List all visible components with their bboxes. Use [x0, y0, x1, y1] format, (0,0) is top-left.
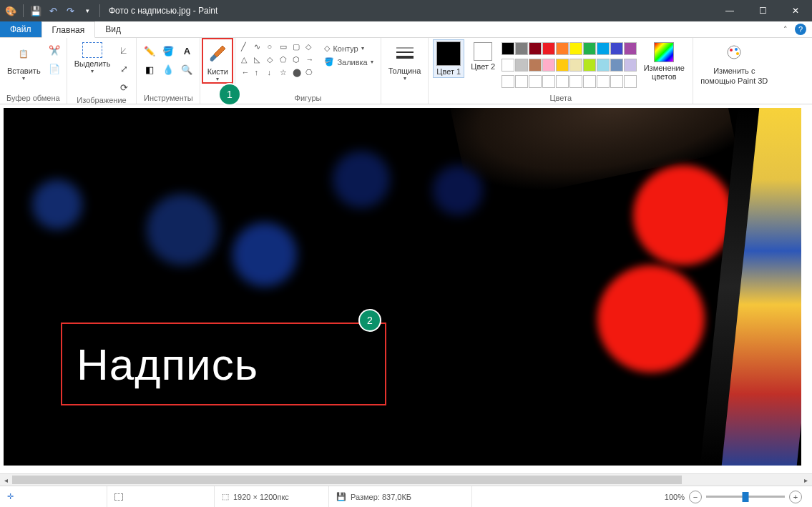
color-swatch[interactable] [569, 42, 582, 55]
qacustomise-icon[interactable]: ▾ [81, 4, 94, 17]
paint3d-button[interactable]: Изменить с помощью Paint 3D [698, 39, 771, 85]
scroll-left-icon[interactable]: ◂ [0, 474, 12, 486]
pencil-icon[interactable]: ✏️ [141, 42, 158, 59]
paint3d-icon [723, 42, 745, 65]
canvas-area: Надпись 2 ◂ ▸ [0, 104, 812, 486]
palette-row-custom[interactable] [502, 72, 637, 88]
paste-button[interactable]: 📋 Вставить ▾ [4, 39, 44, 82]
dimensions-icon: ⬚ [222, 492, 229, 501]
help-icon[interactable]: ? [795, 24, 806, 35]
svg-point-6 [736, 52, 739, 55]
outline-icon: ◇ [324, 44, 330, 53]
group-shapes: ╱∿○▭▢◇ △◺◇⬠⬡→ ←↑↓☆⬤⎔ ◇Контур▾ 🪣Заливка▾ … [235, 38, 381, 104]
tab-home[interactable]: Главная [41, 21, 96, 38]
size-label: Толщина [388, 67, 421, 75]
text-icon[interactable]: A [178, 42, 195, 59]
edit-colors-button[interactable]: Изменение цветов [640, 39, 688, 81]
group-image: Выделить ▾ ⟀ ⤢ ⟳ Изображение [67, 38, 137, 104]
color-swatch[interactable] [624, 59, 637, 72]
rainbow-icon [654, 42, 674, 62]
zoom-out-button[interactable]: − [689, 491, 702, 503]
size-icon [393, 42, 416, 65]
color1-button[interactable]: Цвет 1 [433, 39, 464, 78]
color-swatch[interactable] [515, 59, 528, 72]
color-swatch[interactable] [515, 42, 528, 55]
status-position: ✛ [0, 486, 107, 507]
color-swatch[interactable] [502, 42, 514, 55]
ribbon-collapse-icon[interactable]: ˄ [783, 25, 788, 34]
group-clipboard: 📋 Вставить ▾ ✂️ 📄 Буфер обмена [0, 38, 67, 104]
scroll-thumb[interactable] [12, 476, 682, 484]
crosshair-icon: ✛ [7, 492, 14, 501]
maximize-button[interactable]: ☐ [746, 0, 779, 21]
color1-swatch [436, 41, 461, 66]
shapes-gallery[interactable]: ╱∿○▭▢◇ △◺◇⬠⬡→ ←↑↓☆⬤⎔ [240, 39, 318, 82]
zoom-slider[interactable] [706, 496, 785, 498]
minimize-button[interactable]: — [713, 0, 746, 21]
color-swatch[interactable] [610, 42, 623, 55]
color-swatch[interactable] [556, 59, 569, 72]
ribbon: 📋 Вставить ▾ ✂️ 📄 Буфер обмена Выделить … [0, 38, 812, 104]
rotate-icon[interactable]: ⟳ [116, 79, 132, 95]
color-swatch[interactable] [556, 42, 569, 55]
color-swatch[interactable] [583, 59, 596, 72]
status-dimensions: ⬚ 1920 × 1200пкс [215, 486, 329, 507]
cut-icon[interactable]: ✂️ [47, 42, 62, 58]
redo-icon[interactable]: ↷ [64, 4, 77, 17]
color-swatch[interactable] [624, 42, 637, 55]
group-label-shapes: Фигуры [240, 93, 376, 104]
tab-view[interactable]: Вид [95, 21, 132, 37]
resize-icon[interactable]: ⤢ [116, 61, 132, 77]
text-annotation-box[interactable]: Надпись [61, 323, 386, 405]
color-swatch[interactable] [542, 42, 555, 55]
paste-label: Вставить [7, 67, 41, 75]
status-filesize: 💾 Размер: 837,0КБ [329, 486, 472, 507]
group-label-clipboard: Буфер обмена [4, 93, 62, 104]
color2-button[interactable]: Цвет 2 [467, 39, 499, 71]
size-button[interactable]: Толщина ▾ [386, 39, 424, 82]
brush-icon [205, 41, 230, 66]
canvas[interactable]: Надпись [4, 108, 801, 466]
group-label-tools: Инструменты [141, 93, 195, 104]
statusbar: ✛ ⬚ 1920 × 1200пкс 💾 Размер: 837,0КБ 100… [0, 486, 812, 507]
svg-point-3 [728, 46, 740, 59]
shape-fill-button[interactable]: 🪣Заливка▾ [321, 56, 376, 68]
fill-icon[interactable]: 🪣 [160, 42, 177, 59]
crop-icon[interactable]: ⟀ [116, 42, 132, 58]
color-swatch[interactable] [610, 59, 623, 72]
close-button[interactable]: ✕ [779, 0, 812, 21]
scrollbar-horizontal[interactable]: ◂ ▸ [0, 473, 812, 486]
color-swatch[interactable] [597, 42, 610, 55]
app-icon: 🎨 [4, 4, 17, 17]
group-tools: ✏️ 🪣 A ◧ 💧 🔍 Инструменты [137, 38, 200, 104]
color-swatch[interactable] [542, 59, 555, 72]
zoom-icon[interactable]: 🔍 [178, 61, 195, 78]
scroll-right-icon[interactable]: ▸ [800, 474, 812, 486]
brushes-button[interactable]: Кисти ▾ [202, 38, 233, 84]
tab-file[interactable]: Файл [0, 21, 41, 37]
color-swatch[interactable] [597, 59, 610, 72]
group-size: Толщина ▾ [381, 38, 429, 104]
annotation-badge-2: 2 [360, 310, 380, 330]
color-swatch[interactable] [502, 59, 514, 72]
palette-row-bottom[interactable] [502, 56, 637, 72]
color-swatch[interactable] [529, 59, 542, 72]
titlebar: 🎨 💾 ↶ ↷ ▾ Фото с надписью.jpg - Paint — … [0, 0, 812, 21]
save-icon[interactable]: 💾 [29, 4, 42, 17]
color-swatch[interactable] [583, 42, 596, 55]
bucket-icon: 🪣 [324, 57, 334, 67]
palette-row-top[interactable] [502, 39, 637, 55]
status-selection [107, 486, 215, 507]
undo-icon[interactable]: ↶ [47, 4, 59, 17]
shape-outline-button[interactable]: ◇Контур▾ [321, 42, 376, 54]
color-swatch[interactable] [529, 42, 542, 55]
color-swatch[interactable] [569, 59, 582, 72]
zoom-in-button[interactable]: + [789, 491, 802, 503]
clipboard-icon: 📋 [12, 42, 35, 65]
copy-icon[interactable]: 📄 [47, 61, 62, 77]
eraser-icon[interactable]: ◧ [141, 61, 158, 78]
select-button[interactable]: Выделить ▾ [72, 39, 114, 74]
zoom-value: 100% [665, 493, 685, 501]
picker-icon[interactable]: 💧 [160, 61, 177, 78]
svg-point-5 [735, 48, 738, 51]
